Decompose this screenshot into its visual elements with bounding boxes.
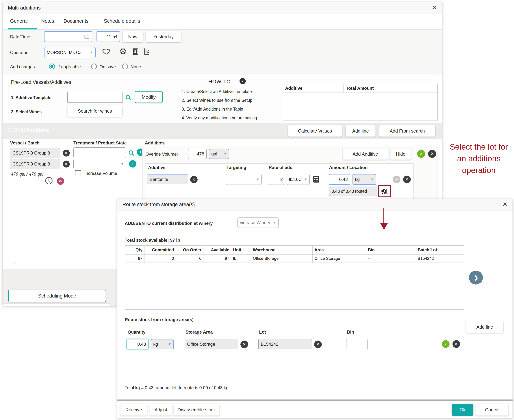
howto-step: 3. Edit/Add Additions in the Table <box>182 105 257 113</box>
preload-additive-table-header: Additive Total Amount <box>283 84 438 92</box>
route-storage-field[interactable]: Office Storage <box>185 339 238 349</box>
amount-unit-select[interactable]: kg ▼ <box>353 174 376 185</box>
override-volume-input[interactable]: 478 <box>188 149 207 159</box>
total-stock-label: Total stock available: 97 lb <box>125 238 180 243</box>
route-unit-select[interactable]: kg ▼ <box>151 339 174 349</box>
cancel-additives-icon[interactable]: ✕ <box>428 150 436 158</box>
gear-icon[interactable]: ⚙ <box>119 47 127 55</box>
additive-name-input[interactable]: Bentonite <box>147 174 188 184</box>
operator-label: Operator <box>10 50 28 55</box>
col-batch-lot: Batch/Lot <box>416 246 464 254</box>
preload-heading: Pre-Load Vessels/Additives <box>11 79 71 85</box>
horizontal-scrollbar[interactable] <box>3 304 110 306</box>
treatment-search-icon[interactable] <box>128 150 135 157</box>
remove-vessel-2-icon[interactable]: ✕ <box>63 161 70 167</box>
cell-qty: 97 <box>125 255 144 262</box>
radio-on-save-label: On save <box>99 64 116 69</box>
disassemble-stock-button[interactable]: Disassemble stock <box>174 404 219 416</box>
favorite-heart-icon[interactable] <box>102 47 110 56</box>
amount-unit-value: kg <box>355 177 360 182</box>
override-unit-select[interactable]: gal ▼ <box>209 149 229 159</box>
radio-on-save[interactable] <box>91 64 97 69</box>
route-row-remove-icon[interactable]: ✕ <box>453 340 460 348</box>
cancel-button[interactable]: Cancel <box>476 404 508 416</box>
targeting-select[interactable]: ▼ <box>226 174 262 185</box>
howto-step: 4. Verify any modifications before savin… <box>182 113 257 122</box>
route-table: Quantity Storage Area Lot Bin 0.43 kg ▼ … <box>125 327 464 380</box>
adjust-button[interactable]: Adjust <box>150 404 172 416</box>
additive-template-input[interactable] <box>67 92 123 103</box>
amount-input[interactable]: 0.43 <box>329 174 350 185</box>
forklift-icon[interactable] <box>380 187 389 195</box>
dropdown-caret: ▼ <box>304 178 307 181</box>
rate-value: 2 <box>280 177 283 182</box>
product-state-select[interactable]: ▼ <box>73 159 126 169</box>
contact-card-icon[interactable] <box>131 48 139 55</box>
add-line-button[interactable]: Add line <box>346 125 376 137</box>
radio-none[interactable] <box>122 64 128 69</box>
tab-documents[interactable]: Documents <box>64 18 89 24</box>
clock-icon[interactable] <box>45 176 53 185</box>
tab-schedule-details[interactable]: Schedule details <box>104 18 140 24</box>
dialog-title: Route stock from storage area(s) <box>122 202 195 207</box>
additive-name-value: Bentonite <box>150 177 168 182</box>
hide-button[interactable]: Hide <box>390 148 411 160</box>
now-button[interactable]: Now <box>122 31 143 42</box>
annotation-text: Select the lot for an additions operatio… <box>445 141 512 176</box>
stock-table-row[interactable]: 97 0 0 97 lb Office Storage Office Stora… <box>125 255 464 263</box>
close-icon[interactable]: ✕ <box>432 5 437 10</box>
col-additive: Additive <box>283 84 344 92</box>
operator-value: MORSON, Ms Ca <box>47 50 82 55</box>
route-total-note: Total kg = 0.43, amount left to route is… <box>125 385 228 390</box>
rate-input[interactable]: 2 <box>268 174 285 185</box>
radio-if-applicable[interactable] <box>49 64 55 69</box>
route-lot-field[interactable]: B154242 <box>258 339 312 349</box>
vessel-chip-1[interactable]: CS19PRO Group 8 <box>10 148 60 158</box>
clear-lot-icon[interactable]: ✕ <box>314 341 322 348</box>
calculate-values-button[interactable]: Calculate Values <box>288 125 342 137</box>
time-value: 11:54 <box>107 34 117 39</box>
confirm-additives-icon[interactable]: ✓ <box>417 150 425 158</box>
cell-unit: lb <box>231 255 251 262</box>
rate-unit-select[interactable]: lb/10C ▼ <box>287 174 310 185</box>
time-input[interactable]: 11:54 <box>97 31 120 42</box>
winery-select[interactable]: vintrace Winery ▼ <box>237 218 279 228</box>
date-input[interactable] <box>44 31 92 42</box>
id-badge-icon[interactable]: D <box>143 47 151 55</box>
clear-storage-icon[interactable]: ✕ <box>241 341 248 348</box>
ok-button[interactable]: Ok <box>452 404 473 416</box>
col-rate-of-add: Rate of add <box>269 165 293 170</box>
add-from-search-button[interactable]: Add From search <box>379 125 435 137</box>
route-stock-highlight-box <box>378 185 391 197</box>
route-bin-input[interactable] <box>346 339 368 349</box>
route-row-confirm-icon[interactable]: ✓ <box>442 340 450 348</box>
treatment-input[interactable] <box>73 147 126 158</box>
increase-volume-checkbox[interactable] <box>75 170 81 176</box>
search-icon[interactable] <box>125 94 132 101</box>
scheduling-mode-button[interactable]: Scheduling Mode <box>8 290 106 302</box>
route-quantity-input[interactable]: 0.43 <box>127 339 149 349</box>
search-for-wines-button[interactable]: Search for wines <box>67 105 122 117</box>
routed-amount-value: 0.43 of 0.43 routed <box>332 189 367 194</box>
howto-step: 2. Select Wines to use from the Setup <box>182 96 257 105</box>
next-chevron-icon[interactable]: ❯ <box>469 270 483 285</box>
remove-additive-icon[interactable]: ✕ <box>190 176 197 183</box>
receive-button[interactable]: Receive <box>120 404 147 416</box>
increase-volume-label: Increase Volume <box>84 171 117 176</box>
stock-table-header-row: Qty Committed On Order Available Unit Wa… <box>125 246 464 255</box>
col-amount-location: Amount / Location <box>329 165 368 170</box>
route-add-line-button[interactable]: Add line <box>466 321 503 333</box>
modify-button[interactable]: Modify <box>135 91 163 103</box>
close-icon[interactable]: ✕ <box>502 201 507 207</box>
tab-notes[interactable]: Notes <box>41 18 54 24</box>
operator-select[interactable]: MORSON, Ms Ca ▼ <box>44 47 96 58</box>
tab-general[interactable]: General <box>10 18 28 24</box>
remove-vessel-1-icon[interactable]: ✕ <box>63 150 70 157</box>
annotation-arrow-shaft <box>383 208 384 224</box>
add-product-state-icon[interactable]: + <box>129 160 136 167</box>
vessel-chip-2[interactable]: CS19PRO Group 8 <box>10 159 60 169</box>
calculator-icon[interactable] <box>312 175 321 184</box>
yesterday-button[interactable]: Yesterday <box>146 31 181 42</box>
row-remove-icon[interactable]: ✕ <box>403 176 411 183</box>
add-additive-button[interactable]: Add Additive <box>343 148 388 160</box>
